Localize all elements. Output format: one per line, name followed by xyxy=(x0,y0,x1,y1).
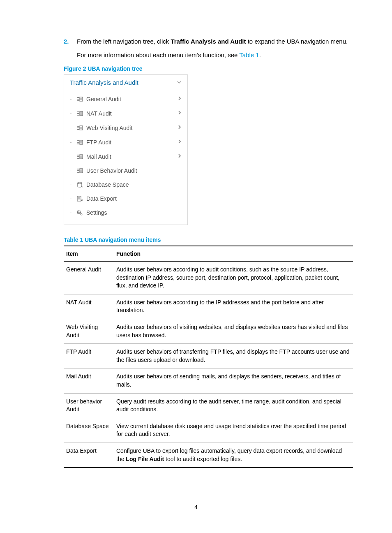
nav-item-label: NAT Audit xyxy=(86,110,112,117)
audit-icon xyxy=(76,154,83,160)
table-row: Web Visiting AuditAudits user behaviors … xyxy=(64,319,353,343)
text: Audits user behaviors of transferring FT… xyxy=(116,348,350,363)
text: View current database disk usage and usa… xyxy=(116,423,346,438)
nav-item[interactable]: Web Visiting Audit xyxy=(64,121,187,135)
table-cell-function: Query audit results according to the aud… xyxy=(114,393,353,418)
text: tool to audit exported log files. xyxy=(164,456,242,462)
table-cell-item: General Audit xyxy=(64,262,114,294)
svg-rect-7 xyxy=(77,196,81,201)
nav-item-label: FTP Audit xyxy=(86,139,111,146)
nav-tree-header[interactable]: Traffic Analysis and Audit xyxy=(64,75,187,90)
audit-icon xyxy=(76,111,83,116)
db-icon xyxy=(76,182,83,188)
table-caption: Table 1 UBA navigation menu items xyxy=(64,236,353,243)
nav-tree-list: General AuditNAT AuditWeb Visiting Audit… xyxy=(64,90,187,225)
chevron-down-icon xyxy=(177,79,182,86)
table-cell-function: Audits user behaviors according to audit… xyxy=(114,262,353,294)
chevron-right-icon xyxy=(178,153,182,160)
table-cell-item: User behavior Audit xyxy=(64,393,114,418)
nav-item-left: Database Space xyxy=(76,181,129,188)
table-cell-function: Audits user behaviors of sending mails, … xyxy=(114,368,353,393)
nav-item[interactable]: General Audit xyxy=(64,92,187,106)
nav-item-label: Mail Audit xyxy=(86,153,111,160)
audit-icon xyxy=(76,96,83,102)
table-row: Data ExportConfigure UBA to export log f… xyxy=(64,443,353,468)
nav-item-left: General Audit xyxy=(76,96,121,102)
nav-item-label: Settings xyxy=(86,209,107,216)
table-row: Database SpaceView current database disk… xyxy=(64,418,353,443)
svg-point-8 xyxy=(78,211,81,214)
table-row: General AuditAudits user behaviors accor… xyxy=(64,262,353,294)
audit-icon xyxy=(76,168,83,174)
table-cell-function: Audits user behaviors of visiting websit… xyxy=(114,319,353,343)
gear-icon xyxy=(76,210,83,216)
text: Audits user behaviors according to the I… xyxy=(116,299,324,314)
nav-item-label: Web Visiting Audit xyxy=(86,125,132,131)
table-cell-item: Mail Audit xyxy=(64,368,114,393)
table-header-function: Function xyxy=(114,246,353,262)
nav-item-left: Settings xyxy=(76,209,107,216)
menu-items-table: Item Function General AuditAudits user b… xyxy=(64,246,353,468)
svg-point-9 xyxy=(78,212,80,213)
table-cell-function: Audits user behaviors of transferring FT… xyxy=(114,344,353,368)
nav-item-left: Data Export xyxy=(76,195,117,202)
chevron-right-icon xyxy=(178,95,182,102)
nav-item[interactable]: Mail Audit xyxy=(64,149,187,164)
chevron-right-icon xyxy=(178,110,182,117)
nav-item-label: Database Space xyxy=(86,181,129,188)
bold-text: Log File Audit xyxy=(126,456,164,462)
nav-item[interactable]: Database Space xyxy=(64,178,187,192)
nav-item[interactable]: NAT Audit xyxy=(64,106,187,121)
nav-item[interactable]: FTP Audit xyxy=(64,135,187,149)
nav-item-left: FTP Audit xyxy=(76,139,111,146)
svg-point-6 xyxy=(78,182,82,184)
table-header-row: Item Function xyxy=(64,246,353,262)
table-cell-function: View current database disk usage and usa… xyxy=(114,418,353,443)
nav-item-label: General Audit xyxy=(86,96,121,102)
table-cell-item: Data Export xyxy=(64,443,114,468)
figure-caption: Figure 2 UBA navigation tree xyxy=(64,65,353,72)
step-subtext-prefix: For more information about each menu ite… xyxy=(77,51,239,58)
table-cell-item: Database Space xyxy=(64,418,114,443)
table-row: FTP AuditAudits user behaviors of transf… xyxy=(64,344,353,368)
text: Audits user behaviors according to audit… xyxy=(116,266,339,289)
step-number: 2. xyxy=(64,37,77,60)
step-subtext: For more information about each menu ite… xyxy=(77,51,353,60)
numbered-step: 2. From the left navigation tree, click … xyxy=(64,37,353,60)
nav-item-label: Data Export xyxy=(86,195,117,202)
table-row: User behavior AuditQuery audit results a… xyxy=(64,393,353,418)
nav-item-left: Web Visiting Audit xyxy=(76,125,132,131)
step-text: From the left navigation tree, click Tra… xyxy=(77,37,353,46)
table-cell-item: NAT Audit xyxy=(64,294,114,319)
text: Audits user behaviors of sending mails, … xyxy=(116,373,341,388)
nav-tree-header-label: Traffic Analysis and Audit xyxy=(70,79,138,86)
nav-item-left: NAT Audit xyxy=(76,110,112,117)
step-subtext-suffix: . xyxy=(259,51,261,58)
svg-point-10 xyxy=(81,213,82,215)
nav-item-left: User Behavior Audit xyxy=(76,167,137,174)
nav-item[interactable]: Data Export xyxy=(64,192,187,206)
nav-tree: Traffic Analysis and Audit General Audit… xyxy=(64,74,188,225)
step-text-bold: Traffic Analysis and Audit xyxy=(171,38,246,45)
nav-item-left: Mail Audit xyxy=(76,153,111,160)
text: Audits user behaviors of visiting websit… xyxy=(116,324,348,338)
audit-icon xyxy=(76,139,83,145)
chevron-right-icon xyxy=(178,124,182,131)
page-number: 4 xyxy=(0,504,392,510)
nav-item[interactable]: Settings xyxy=(64,206,187,220)
step-text-prefix: From the left navigation tree, click xyxy=(77,38,171,45)
table-1-link[interactable]: Table 1 xyxy=(239,51,259,58)
audit-icon xyxy=(76,125,83,131)
table-row: NAT AuditAudits user behaviors according… xyxy=(64,294,353,319)
table-cell-item: Web Visiting Audit xyxy=(64,319,114,343)
nav-item[interactable]: User Behavior Audit xyxy=(64,164,187,178)
step-body: From the left navigation tree, click Tra… xyxy=(77,37,353,60)
step-text-suffix: to expand the UBA navigation menu. xyxy=(246,38,348,45)
table-cell-function: Audits user behaviors according to the I… xyxy=(114,294,353,319)
table-row: Mail AuditAudits user behaviors of sendi… xyxy=(64,368,353,393)
text: Query audit results according to the aud… xyxy=(116,398,341,413)
table-cell-item: FTP Audit xyxy=(64,344,114,368)
table-header-item: Item xyxy=(64,246,114,262)
chevron-right-icon xyxy=(178,139,182,146)
table-cell-function: Configure UBA to export log files automa… xyxy=(114,443,353,468)
